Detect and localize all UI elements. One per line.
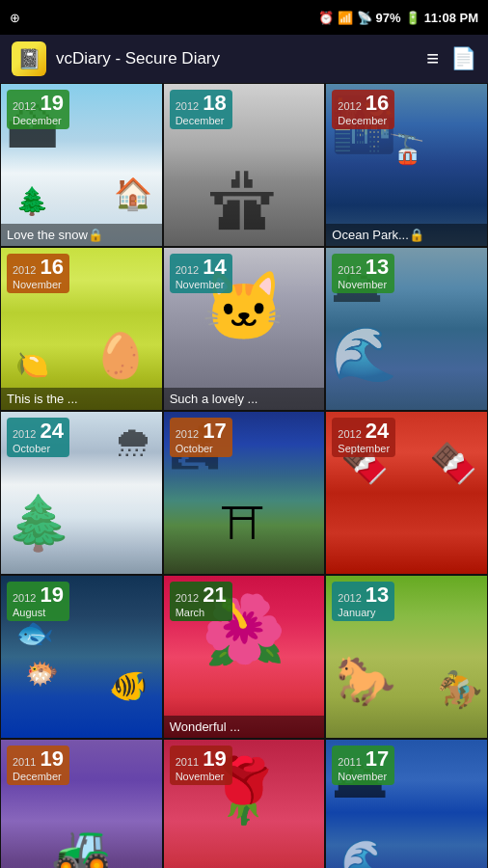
tile-decoration: 🐎 (336, 653, 395, 709)
date-badge: 201119December (7, 746, 69, 785)
date-badge: 201214November (170, 254, 232, 293)
tile-decoration: 🌊 (340, 837, 389, 868)
tile-caption: This is the ... (1, 388, 162, 410)
status-right: ⏰ 📶 📡 97% 🔋 11:08 PM (318, 11, 478, 25)
app-icon-sun: 📓 (17, 47, 41, 70)
date-badge: 201213November (332, 254, 394, 293)
date-month: August (13, 607, 45, 618)
diary-tile-10[interactable]: 🐟🐠🐡201219August (0, 575, 163, 739)
date-year: 2012 (338, 264, 361, 276)
tile-decoration: 🏠 (114, 176, 152, 212)
date-day: 19 (40, 584, 63, 606)
date-month: September (338, 443, 390, 454)
date-year: 2012 (13, 592, 36, 604)
diary-tile-14[interactable]: 🌹201119November (163, 739, 326, 868)
date-month: October (176, 443, 213, 454)
diary-grid: 🏔🏠🌲201219DecemberLove the snow🔒🛣201218De… (0, 83, 488, 868)
alarm-icon: ⏰ (318, 11, 334, 25)
tile-caption: Such a lovely ... (164, 388, 325, 410)
status-bar: ⊕ ⏰ 📶 📡 97% 🔋 11:08 PM (0, 0, 488, 35)
tile-decoration: 🌲 (6, 492, 72, 555)
date-day: 19 (40, 93, 63, 114)
date-day: 17 (366, 748, 389, 770)
date-month: December (13, 115, 62, 126)
date-day: 19 (40, 748, 63, 770)
app-icon: 📓 (12, 41, 46, 76)
date-badge: 201219August (7, 582, 69, 621)
date-month: November (338, 279, 387, 290)
date-month: October (13, 443, 50, 454)
app-bar: 📓 vcDiary - Secure Diary ≡ 📄 (0, 35, 488, 83)
date-month: January (338, 607, 375, 618)
date-badge: 201224September (332, 418, 395, 457)
tile-decoration: 🥚 (94, 330, 148, 381)
date-day: 24 (366, 420, 389, 442)
date-day: 16 (366, 93, 389, 114)
date-day: 18 (203, 93, 226, 114)
date-badge: 201117November (332, 746, 394, 785)
date-year: 2012 (338, 428, 361, 440)
app-bar-right[interactable]: ≡ 📄 (426, 46, 476, 71)
tile-decoration: 🌊 (331, 323, 397, 386)
date-month: November (13, 279, 62, 290)
date-day: 16 (40, 257, 63, 278)
tile-decoration: 🍫 (429, 441, 477, 486)
date-badge: 201119November (170, 746, 232, 785)
diary-tile-6[interactable]: 🌊⛰201213November (325, 247, 488, 411)
date-badge: 201216November (7, 254, 69, 293)
diary-tile-4[interactable]: 🥚🍋201216NovemberThis is the ... (0, 247, 163, 411)
date-badge: 201219December (7, 90, 69, 129)
tile-decoration: 🏇 (437, 668, 482, 711)
diary-tile-8[interactable]: ⛩🏞201217October (163, 411, 326, 575)
date-year: 2012 (176, 592, 199, 604)
battery-icon: 🔋 (405, 11, 420, 25)
date-day: 24 (40, 420, 63, 442)
tile-decoration: 🐡 (25, 658, 59, 690)
date-badge: 201217October (170, 418, 232, 457)
date-year: 2012 (338, 592, 361, 604)
battery-percent: 97% (376, 11, 401, 25)
date-badge: 201216December (332, 90, 394, 129)
tile-decoration: 🐠 (109, 667, 148, 704)
date-year: 2012 (176, 100, 199, 112)
date-year: 2012 (338, 100, 361, 112)
date-year: 2011 (13, 756, 36, 768)
diary-tile-12[interactable]: 🐎🏇201213January (325, 575, 488, 739)
diary-tile-3[interactable]: 🚡🌃201216DecemberOcean Park...🔒 (325, 83, 488, 247)
tile-caption: Ocean Park...🔒 (326, 224, 487, 246)
date-day: 21 (203, 584, 226, 606)
diary-tile-11[interactable]: 🌺201221MarchWonderful ... (163, 575, 326, 739)
date-day: 14 (203, 257, 226, 278)
diary-tile-5[interactable]: 🐱201214NovemberSuch a lovely ... (163, 247, 326, 411)
date-month: December (13, 771, 62, 782)
notification-icon: ⊕ (10, 11, 20, 25)
app-bar-left: 📓 vcDiary - Secure Diary (12, 41, 220, 76)
date-month: December (338, 115, 387, 126)
date-month: December (176, 115, 225, 126)
menu-icon[interactable]: ≡ (426, 46, 439, 71)
diary-tile-13[interactable]: 🚜201119December (0, 739, 163, 868)
app-title: vcDiary - Secure Diary (56, 49, 220, 68)
tile-decoration: 🍋 (15, 349, 49, 381)
diary-tile-15[interactable]: ⛰🌊201117November (325, 739, 488, 868)
date-year: 2011 (176, 756, 199, 768)
date-year: 2012 (176, 428, 199, 440)
date-month: November (338, 771, 387, 782)
date-month: November (176, 771, 225, 782)
document-icon[interactable]: 📄 (450, 46, 476, 71)
diary-tile-1[interactable]: 🏔🏠🌲201219DecemberLove the snow🔒 (0, 83, 163, 247)
date-badge: 201213January (332, 582, 394, 621)
date-month: November (176, 279, 225, 290)
tile-decoration: 🌲 (15, 185, 49, 217)
diary-tile-2[interactable]: 🛣201218December (163, 83, 326, 247)
date-badge: 201218December (170, 90, 232, 129)
tile-decoration: 🚜 (51, 822, 111, 868)
date-year: 2011 (338, 756, 361, 768)
diary-tile-7[interactable]: 🌲🌨201224October (0, 411, 163, 575)
date-badge: 201224October (7, 418, 69, 457)
diary-tile-9[interactable]: 🍫🍫201224September (325, 411, 488, 575)
tile-decoration: 🌨 (114, 421, 152, 465)
status-left: ⊕ (10, 11, 20, 25)
date-day: 13 (366, 584, 389, 606)
date-year: 2012 (13, 264, 36, 276)
